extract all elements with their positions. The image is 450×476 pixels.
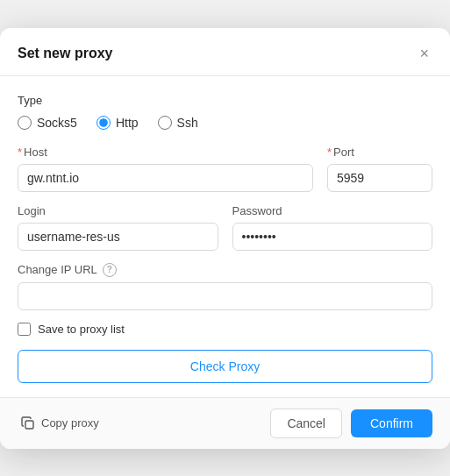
type-radio-group: Socks5 Http Ssh [18, 116, 432, 130]
radio-http[interactable]: Http [96, 116, 139, 130]
save-proxy-checkbox[interactable] [18, 323, 31, 336]
save-proxy-label: Save to proxy list [38, 323, 125, 336]
host-group: *Host [18, 146, 313, 192]
host-input[interactable] [18, 164, 313, 192]
copy-proxy-label: Copy proxy [41, 416, 99, 430]
radio-http-label: Http [116, 116, 139, 130]
copy-icon [21, 416, 35, 430]
change-ip-label-row: Change IP URL ? [18, 263, 432, 277]
copy-proxy-button[interactable]: Copy proxy [18, 411, 103, 436]
footer-actions: Cancel Confirm [270, 409, 432, 438]
dialog-footer: Copy proxy Cancel Confirm [0, 397, 450, 449]
login-label: Login [18, 204, 218, 217]
login-password-row: Login Password [18, 204, 432, 251]
host-required: * [18, 146, 22, 159]
port-group: *Port [327, 146, 432, 192]
radio-socks5-label: Socks5 [37, 116, 77, 130]
radio-http-input[interactable] [96, 116, 111, 130]
port-input[interactable] [327, 164, 432, 192]
password-label: Password [232, 204, 433, 217]
radio-socks5[interactable]: Socks5 [18, 116, 77, 130]
dialog-title: Set new proxy [18, 46, 112, 61]
change-ip-label-text: Change IP URL [18, 263, 97, 276]
type-label: Type [18, 94, 432, 107]
change-ip-input[interactable] [18, 282, 432, 310]
login-input[interactable] [18, 223, 218, 251]
close-button[interactable]: × [416, 44, 432, 63]
confirm-button[interactable]: Confirm [351, 409, 432, 437]
proxy-dialog: Set new proxy × Type Socks5 Http Ssh [0, 28, 450, 449]
port-label: *Port [327, 146, 432, 159]
host-port-row: *Host *Port [18, 146, 432, 192]
save-proxy-row: Save to proxy list [18, 323, 432, 336]
password-group: Password [232, 204, 433, 251]
radio-ssh[interactable]: Ssh [158, 116, 198, 130]
cancel-button[interactable]: Cancel [270, 409, 342, 438]
login-group: Login [18, 204, 218, 251]
help-icon: ? [103, 263, 117, 277]
radio-ssh-label: Ssh [177, 116, 198, 130]
radio-ssh-input[interactable] [158, 116, 172, 130]
check-proxy-button[interactable]: Check Proxy [18, 350, 432, 383]
dialog-header: Set new proxy × [0, 28, 450, 76]
dialog-body: Type Socks5 Http Ssh *Host [0, 76, 450, 397]
svg-rect-0 [25, 421, 33, 429]
host-label: *Host [18, 146, 313, 159]
radio-socks5-input[interactable] [18, 116, 32, 130]
password-input[interactable] [232, 223, 433, 251]
port-required: * [327, 146, 332, 159]
